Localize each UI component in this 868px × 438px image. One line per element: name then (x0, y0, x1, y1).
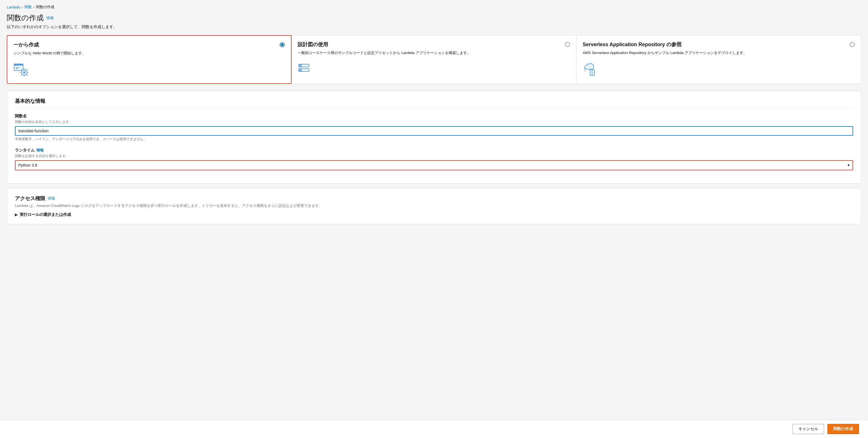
basic-info-section: 基本的な情報 関数名 関数の目的を名前として入力します。 半角英数字、ハイフン、… (7, 91, 861, 183)
access-info-link[interactable]: 情報 (48, 196, 55, 201)
breadcrumb-chevron-2: › (33, 5, 35, 9)
option-repository-icon (583, 61, 597, 76)
option-card-scratch-header: 一から作成 (13, 41, 285, 48)
svg-point-3 (23, 71, 25, 73)
svg-rect-5 (16, 68, 18, 69)
option-repository-desc: AWS Serverless Application Repository から… (583, 50, 855, 56)
function-name-label: 関数名 (15, 114, 853, 119)
option-repository-radio[interactable] (850, 42, 855, 47)
access-collapsible[interactable]: ▶ 実行ロールの選択または作成 (15, 212, 853, 217)
runtime-info-link[interactable]: 情報 (36, 148, 44, 153)
access-title: アクセス権限 (15, 195, 45, 202)
access-collapsible-label: 実行ロールの選択または作成 (20, 212, 71, 217)
function-name-input[interactable] (15, 126, 853, 136)
page-subtitle: 以下のいずれかのオプションを選択して、関数を作成します。 (7, 25, 861, 30)
breadcrumb-chevron-1: › (22, 5, 23, 9)
option-card-scratch[interactable]: 一から作成 シンプルな Hello World の例で開始します。 (7, 35, 291, 84)
option-card-blueprint[interactable]: 設計図の使用 一般的ユースケース用のサンプルコードと設定プリセットから Lamb… (291, 35, 576, 84)
page-title-row: 関数の作成 情報 (7, 13, 861, 23)
runtime-label: ランタイム 情報 (15, 148, 853, 153)
function-name-sublabel: 関数の目的を名前として入力します。 (15, 120, 853, 125)
basic-info-title: 基本的な情報 (15, 98, 853, 108)
svg-rect-11 (591, 71, 593, 74)
option-blueprint-desc: 一般的ユースケース用のサンプルコードと設定プリセットから Lambda アプリケ… (298, 50, 570, 56)
runtime-sublabel: 関数を記述する言語を選択します。 (15, 154, 853, 159)
access-section: アクセス権限 情報 Lambda は、Amazon CloudWatch Log… (7, 188, 861, 225)
runtime-select-wrapper: Python 3.8 Python 3.9 Python 3.10 Node.j… (15, 160, 853, 170)
breadcrumb-functions[interactable]: 関数 (25, 4, 32, 9)
option-cards: 一から作成 シンプルな Hello World の例で開始します。 設計図の使用 (7, 35, 861, 84)
svg-point-12 (592, 74, 593, 75)
option-scratch-title: 一から作成 (13, 41, 39, 48)
option-scratch-icon (13, 62, 28, 76)
option-blueprint-icon (298, 61, 312, 76)
breadcrumb-lambda[interactable]: Lambda (7, 5, 20, 9)
access-title-row: アクセス権限 情報 (15, 195, 853, 202)
bottom-bar: キャンセル 関数の作成 (0, 420, 868, 438)
collapse-arrow-icon: ▶ (15, 213, 18, 217)
option-scratch-radio[interactable] (280, 42, 285, 47)
option-blueprint-radio[interactable] (565, 42, 570, 47)
access-desc: Lambda は、Amazon CloudWatch Logs にログをアップロ… (15, 203, 853, 209)
create-function-button[interactable]: 関数の作成 (828, 424, 859, 434)
cancel-button[interactable]: キャンセル (793, 424, 824, 434)
page-info-link[interactable]: 情報 (46, 15, 54, 21)
option-card-repository[interactable]: Serverless Application Repository の参照 AW… (577, 35, 861, 84)
svg-rect-4 (16, 67, 19, 68)
function-name-group: 関数名 関数の目的を名前として入力します。 半角英数字、ハイフン、アンダースコア… (15, 114, 853, 142)
runtime-select[interactable]: Python 3.8 Python 3.9 Python 3.10 Node.j… (15, 160, 853, 170)
option-card-repository-header: Serverless Application Repository の参照 (583, 41, 855, 48)
breadcrumb-current: 関数の作成 (36, 4, 54, 9)
option-blueprint-title: 設計図の使用 (298, 41, 328, 48)
option-card-blueprint-header: 設計図の使用 (298, 41, 570, 48)
page-title: 関数の作成 (7, 13, 44, 23)
option-repository-title: Serverless Application Repository の参照 (583, 41, 682, 48)
svg-rect-1 (14, 64, 23, 66)
runtime-group: ランタイム 情報 関数を記述する言語を選択します。 Python 3.8 Pyt… (15, 148, 853, 170)
breadcrumb: Lambda › 関数 › 関数の作成 (7, 4, 861, 9)
function-name-hint: 半角英数字、ハイフン、アンダースコアのみを使用でき、スペースは使用できません。 (15, 137, 853, 142)
option-scratch-desc: シンプルな Hello World の例で開始します。 (13, 50, 285, 56)
